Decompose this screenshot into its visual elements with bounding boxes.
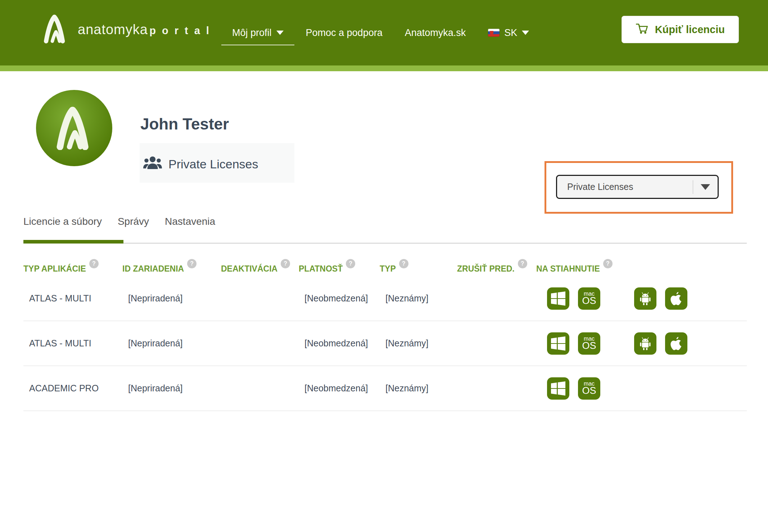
cell-downloads: macOS [536, 287, 747, 310]
macos-download-icon[interactable]: macOS [578, 377, 600, 400]
tab-bar: Licencie a súborySprávyNastavenia [23, 216, 215, 227]
cart-icon [636, 22, 649, 37]
column-header-label: ZRUŠIŤ PRED. [457, 264, 515, 274]
cell-validity: [Neobmedzená] [299, 383, 380, 394]
table-body: ATLAS - MULTI[Nepriradená][Neobmedzená][… [23, 276, 747, 411]
cell-type: [Neznámy] [380, 293, 457, 304]
group-select-dropdown[interactable]: Private Licenses [556, 175, 719, 199]
windows-download-icon[interactable] [547, 332, 569, 355]
cell-device-id: [Nepriradená] [122, 383, 221, 394]
column-header-label: NA STIAHNUTIE [536, 264, 600, 274]
help-icon[interactable]: ? [281, 259, 290, 268]
anatomyka-logo-icon [42, 11, 68, 48]
android-download-icon[interactable] [634, 332, 656, 355]
table-row: ATLAS - MULTI[Nepriradená][Neobmedzená][… [23, 276, 747, 321]
nav-item-label: Pomoc a podpora [306, 27, 383, 38]
help-icon[interactable]: ? [603, 259, 613, 268]
cell-validity: [Neobmedzená] [299, 293, 380, 304]
users-icon [143, 155, 162, 173]
table-row: ATLAS - MULTI[Nepriradená][Neobmedzená][… [23, 321, 747, 366]
table-row: ACADEMIC PRO[Nepriradená][Neobmedzená][N… [23, 366, 747, 411]
macos-download-icon[interactable]: macOS [578, 287, 600, 310]
cell-app-type: ACADEMIC PRO [23, 383, 122, 394]
column-header: TYP APLIKÁCIE? [23, 259, 122, 276]
windows-download-icon[interactable] [547, 377, 569, 400]
licenses-table: TYP APLIKÁCIE?ID ZARIADENIA?DEAKTIVÁCIA?… [23, 259, 747, 411]
windows-download-icon[interactable] [547, 287, 569, 310]
column-header: NA STIAHNUTIE? [536, 259, 747, 276]
tab-active-indicator [23, 240, 123, 244]
macos-download-icon[interactable]: macOS [578, 332, 600, 355]
help-icon[interactable]: ? [89, 259, 99, 268]
nav-item-label: Môj profil [232, 27, 272, 38]
column-header: DEAKTIVÁCIA? [221, 259, 299, 276]
profile-group: Private Licenses [143, 155, 258, 173]
slovak-flag-icon [488, 29, 500, 37]
nav-item-anatomyka-sk[interactable]: Anatomyka.sk [405, 27, 466, 38]
profile-name: John Tester [140, 115, 229, 133]
flag-shield [490, 31, 493, 35]
column-header: ID ZARIADENIA? [122, 259, 221, 276]
logo-text-line1: anatomyka [78, 22, 148, 37]
tab-spr-vy[interactable]: Správy [118, 216, 149, 227]
column-header: ZRUŠIŤ PRED.? [457, 259, 536, 276]
header-accent-strip [0, 65, 768, 71]
help-icon[interactable]: ? [187, 259, 196, 268]
caret-down-icon [522, 31, 529, 35]
help-icon[interactable]: ? [399, 259, 408, 268]
column-header-label: DEAKTIVÁCIA [221, 264, 277, 274]
chevron-down-icon [693, 184, 718, 190]
group-select-value: Private Licenses [557, 182, 693, 192]
column-header-label: TYP [380, 264, 396, 274]
nav-item-label: Anatomyka.sk [405, 27, 466, 38]
nav-item-pomoc-a-podpora[interactable]: Pomoc a podpora [306, 27, 383, 38]
buy-license-label: Kúpiť licenciu [655, 24, 725, 36]
nav-item-sk[interactable]: SK [488, 27, 529, 38]
cell-downloads: macOS [536, 377, 747, 400]
cell-type: [Neznámy] [380, 383, 457, 394]
column-header-label: TYP APLIKÁCIE [23, 264, 86, 274]
cell-validity: [Neobmedzená] [299, 338, 380, 349]
cell-type: [Neznámy] [380, 338, 457, 349]
column-header: PLATNOSŤ? [299, 259, 380, 276]
tab-nastavenia[interactable]: Nastavenia [165, 216, 215, 227]
column-header-label: ID ZARIADENIA [122, 264, 184, 274]
apple-download-icon[interactable] [665, 332, 687, 355]
cell-app-type: ATLAS - MULTI [23, 338, 122, 349]
profile-group-label: Private Licenses [168, 157, 258, 171]
apple-download-icon[interactable] [665, 287, 687, 310]
tab-licencie-a-s-bory[interactable]: Licencie a súbory [23, 216, 102, 227]
main-nav: Môj profilPomoc a podporaAnatomyka.skSK [232, 0, 529, 65]
cell-downloads: macOS [536, 332, 747, 355]
help-icon[interactable]: ? [518, 259, 527, 268]
cell-device-id: [Nepriradená] [122, 338, 221, 349]
logo-text-line2: portal [149, 25, 215, 36]
table-header-row: TYP APLIKÁCIE?ID ZARIADENIA?DEAKTIVÁCIA?… [23, 259, 747, 276]
help-icon[interactable]: ? [346, 259, 355, 268]
nav-item-label: SK [504, 27, 517, 38]
android-download-icon[interactable] [634, 287, 656, 310]
nav-item-m-j-profil[interactable]: Môj profil [232, 27, 284, 38]
cell-app-type: ATLAS - MULTI [23, 293, 122, 304]
caret-down-icon [276, 31, 284, 35]
tab-underline-track [23, 243, 747, 244]
column-header-label: PLATNOSŤ [299, 264, 343, 274]
anatomyka-logo[interactable]: anatomyka portal [42, 11, 215, 48]
avatar [36, 90, 112, 166]
avatar-logo-icon [54, 106, 94, 150]
cell-device-id: [Nepriradená] [122, 293, 221, 304]
buy-license-button[interactable]: Kúpiť licenciu [622, 16, 739, 43]
column-header: TYP? [380, 259, 457, 276]
